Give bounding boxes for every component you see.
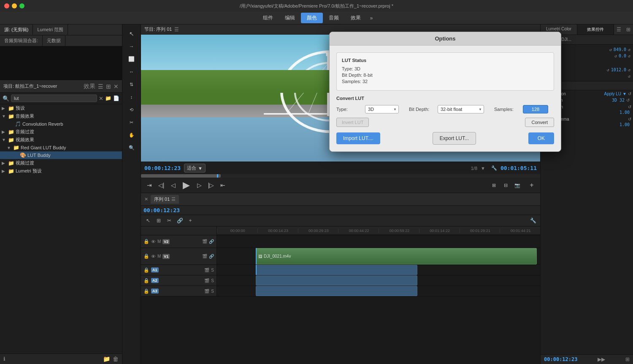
gamma-reset-icon[interactable]: ↺	[628, 117, 631, 121]
tab-source[interactable]: 源: (无剪辑)	[0, 24, 33, 35]
tl-razor-tool[interactable]: ✂	[165, 216, 174, 225]
apply-lut-dropdown[interactable]: ▼	[622, 92, 627, 96]
wrench-icon[interactable]: 🔧	[491, 165, 497, 171]
tab-lumetri-scope[interactable]: Lumetri 范围	[33, 24, 68, 35]
go-to-out-button[interactable]: |▷	[206, 181, 216, 190]
monitor-header-menu[interactable]: ☰	[174, 27, 179, 32]
close-button[interactable]	[4, 3, 9, 8]
export-lut-button[interactable]: Export LUT...	[433, 132, 476, 145]
panel-menu-icon[interactable]: ☰	[98, 83, 103, 90]
a2-content[interactable]	[217, 275, 540, 286]
samples-input[interactable]	[523, 105, 548, 113]
audio-clip-a2[interactable]	[256, 275, 417, 286]
track-select-tool[interactable]: →	[125, 40, 138, 52]
menu-item-audio[interactable]: 音频	[323, 13, 345, 23]
audio-clip-a1[interactable]	[256, 265, 417, 275]
minimize-button[interactable]	[12, 3, 17, 8]
tree-item-convolution-reverb[interactable]: 🎵 Convolution Reverb	[0, 120, 122, 128]
program-scrubber[interactable]	[141, 174, 540, 178]
tl-add-track[interactable]: +	[186, 216, 195, 225]
bit-depth-select[interactable]: 32-bit float	[438, 105, 484, 113]
step-back-button[interactable]: ◁	[168, 181, 178, 190]
a1-content[interactable]	[217, 265, 540, 275]
slide-tool[interactable]: ✂	[125, 116, 138, 128]
ok-button[interactable]: OK	[528, 132, 554, 144]
overwrite-button[interactable]: ⊟	[500, 181, 511, 190]
import-lut-button[interactable]: Import LUT....	[336, 132, 380, 144]
invert-lut-button[interactable]: Invert LUT	[336, 118, 369, 127]
v1-content[interactable]: 🖼 DJI_0021.m4v	[217, 248, 540, 264]
gain-reset-icon[interactable]: ↺	[628, 105, 631, 109]
new-item-icon[interactable]: 📄	[113, 95, 119, 101]
rate-stretch-tool[interactable]: ⇅	[125, 78, 138, 90]
new-bin-icon[interactable]: 📁	[105, 95, 111, 101]
tree-item-video-effects[interactable]: ▼ 📁 视频效果	[0, 136, 122, 144]
menu-item-effects[interactable]: 效果	[345, 13, 367, 23]
action-reset-icon[interactable]: ↺	[628, 92, 631, 96]
tree-item-presets[interactable]: ▶ 📁 预设	[0, 104, 122, 112]
right-panel-expand-btn[interactable]: ⊞	[625, 356, 630, 362]
tab-audio-mixer[interactable]: 音频剪辑混合器:	[0, 35, 43, 46]
select-tool[interactable]: ↖	[125, 28, 138, 40]
a2-lock-icon[interactable]: 🔒	[143, 278, 149, 283]
play-button[interactable]: ▶	[180, 179, 192, 191]
menu-item-color[interactable]: 颜色	[301, 13, 323, 23]
v1-lock-icon[interactable]: 🔒	[143, 253, 149, 259]
tl-zoom-tool[interactable]: 🔧	[528, 216, 538, 225]
search-input[interactable]	[11, 94, 97, 102]
tree-item-audio-transition[interactable]: ▶ 📁 音频过渡	[0, 128, 122, 136]
tab-metadata[interactable]: 元数据	[43, 35, 65, 46]
slip-tool[interactable]: ⟲	[125, 104, 138, 116]
right-panel-play-fwd[interactable]: ▶▶	[598, 356, 605, 362]
tl-snap-tool[interactable]: ⊞	[154, 216, 163, 225]
video-clip-dji[interactable]: 🖼 DJI_0021.m4v	[256, 248, 537, 264]
audio-clip-a3[interactable]	[256, 286, 417, 296]
export-frame-button[interactable]: 📷	[512, 181, 522, 190]
a3-content[interactable]	[217, 286, 540, 296]
ripple-tool[interactable]: ⬜	[125, 53, 138, 65]
add-button[interactable]: +	[527, 181, 537, 190]
panel-expand-icon[interactable]: ⊞	[106, 83, 111, 90]
step-fwd-button[interactable]: ▷	[194, 181, 204, 190]
right-panel-menu[interactable]: ☰	[614, 24, 624, 35]
tree-item-red-giant[interactable]: ▼ 📁 Red Giant LUT Buddy	[0, 144, 122, 151]
tl-link-tool[interactable]: 🔗	[175, 216, 184, 225]
v1-eye-icon[interactable]: 👁	[151, 254, 156, 259]
hand-tool[interactable]: 🔍	[125, 142, 138, 154]
a3-lock-icon[interactable]: 🔒	[143, 289, 149, 294]
v2-eye-icon[interactable]: 👁	[151, 239, 156, 244]
v1-mute-icon[interactable]: M	[157, 254, 161, 259]
v2-mute-icon[interactable]: M	[157, 239, 161, 244]
right-panel-expand[interactable]: ⊞	[624, 24, 633, 35]
convert-button[interactable]: Convert	[525, 118, 554, 127]
type-select[interactable]: 3D	[365, 105, 399, 113]
tree-item-audio-effects[interactable]: ▼ 📁 音频效果	[0, 112, 122, 120]
mark-in-button[interactable]: ⇥	[144, 181, 154, 190]
tree-item-lumetri-presets[interactable]: ▶ 📁 Lumetri 预设	[0, 167, 122, 175]
new-folder-icon[interactable]: 📁	[103, 356, 110, 362]
panel-close-icon[interactable]: ✕	[114, 83, 119, 90]
sequence-close-icon[interactable]: ✕	[144, 197, 148, 202]
menu-item-edit[interactable]: 编辑	[279, 13, 301, 23]
v2-lock-icon[interactable]: 🔒	[143, 239, 149, 244]
insert-button[interactable]: ⊞	[489, 181, 499, 190]
menu-item-components[interactable]: 组件	[257, 13, 279, 23]
mark-out-button[interactable]: ⇤	[218, 181, 228, 190]
maximize-button[interactable]	[19, 3, 24, 8]
dropdown-icon[interactable]: ▼	[481, 166, 485, 171]
v2-content[interactable]	[217, 235, 540, 248]
pattern-reset-icon[interactable]: ↺	[626, 98, 630, 102]
menu-more-icon[interactable]: »	[367, 13, 376, 23]
pen-tool[interactable]: ✋	[125, 129, 138, 141]
delete-icon[interactable]: 🗑	[113, 356, 119, 362]
search-clear-icon[interactable]: ✕	[99, 95, 103, 102]
tree-item-lut-buddy[interactable]: 🎨 LUT Buddy	[0, 151, 122, 159]
tab-effect-controls[interactable]: 效果控件	[577, 24, 614, 35]
rolling-tool[interactable]: ↔	[125, 66, 138, 78]
tree-item-video-transition[interactable]: ▶ 📁 视频过渡	[0, 159, 122, 167]
go-to-in-button[interactable]: ◁|	[156, 181, 166, 190]
tl-select-tool[interactable]: ↖	[143, 216, 153, 225]
razor-tool[interactable]: ↕	[125, 91, 138, 103]
sequence-tab[interactable]: 序列 01 ☰	[151, 195, 179, 204]
a1-lock-icon[interactable]: 🔒	[143, 267, 149, 273]
